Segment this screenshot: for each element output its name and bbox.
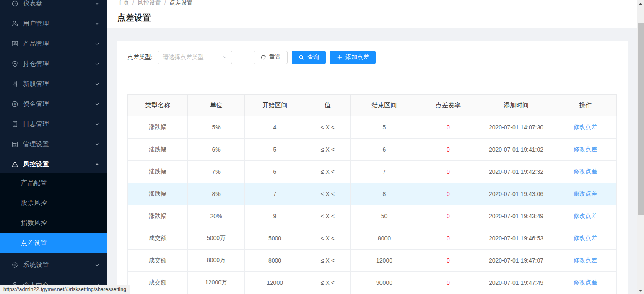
modify-spread-link[interactable]: 修改点差	[574, 235, 597, 241]
reset-button[interactable]: 重置	[254, 51, 288, 64]
sidebar-item-risk-settings[interactable]: 风控设置	[0, 156, 107, 173]
scrollbar-thumb[interactable]	[638, 23, 644, 215]
spread-type-label: 点差类型:	[127, 54, 153, 61]
breadcrumb-item: 点差设置	[169, 0, 193, 7]
yuan-circle-icon: ¥	[11, 100, 18, 108]
spread-table: 类型名称单位开始区间值结束区间点差费率添加时间操作涨跌幅5%4≤ X <5020…	[127, 94, 617, 294]
sidebar-item-management-settings[interactable]: 管理设置	[0, 136, 107, 152]
sidebar-item-label: 系统设置	[23, 261, 95, 269]
table-row: 涨跌幅20%9≤ X <5002020-07-01 19:43:49修改点差	[128, 205, 617, 227]
add-spread-button[interactable]: 添加点差	[330, 51, 376, 64]
cell-unit: 20%	[188, 205, 245, 227]
table-row: 涨跌幅7%6≤ X <702020-07-01 19:42:32修改点差	[128, 161, 617, 183]
chevron-down-icon	[95, 81, 100, 86]
panel-icon	[11, 140, 18, 148]
cell-unit: 12000万	[188, 272, 245, 294]
breadcrumb-item[interactable]: 主页	[117, 0, 129, 7]
cell-action: 修改点差	[554, 183, 617, 205]
sidebar-subitem-spread-setting[interactable]: 点差设置	[0, 233, 107, 253]
add-spread-label: 添加点差	[345, 54, 369, 61]
sidebar-subitem-product-config[interactable]: 产品配置	[0, 173, 107, 193]
cell-unit: 5%	[188, 116, 245, 139]
document-icon	[11, 120, 18, 128]
column-header: 单位	[188, 95, 245, 116]
search-icon	[299, 54, 304, 60]
breadcrumb-separator: /	[164, 0, 166, 7]
cell-type: 涨跌幅	[128, 183, 188, 205]
sidebar-item-label: 管理设置	[23, 140, 95, 148]
modify-spread-link[interactable]: 修改点差	[574, 146, 597, 152]
cell-start: 5	[245, 139, 305, 161]
column-header: 点差费率	[418, 95, 478, 116]
cell-type: 涨跌幅	[128, 205, 188, 227]
user-search-icon	[11, 20, 18, 27]
cell-type: 成交额	[128, 272, 188, 294]
shield-icon	[11, 60, 18, 67]
warning-triangle-icon	[11, 160, 18, 168]
modify-spread-link[interactable]: 修改点差	[574, 168, 597, 175]
scroll-up-arrow[interactable]	[637, 0, 644, 7]
cell-start: 7	[245, 183, 305, 205]
cell-time: 2020-07-01 19:47:07	[478, 250, 554, 272]
modify-spread-link[interactable]: 修改点差	[574, 257, 597, 263]
chevron-down-icon	[95, 121, 100, 126]
cell-rate: 0	[418, 205, 478, 227]
sidebar: 仪表盘用户管理产品管理持仓管理新股管理¥资金管理日志管理管理设置风控设置产品配置…	[0, 0, 107, 294]
cell-end: 7	[351, 161, 418, 183]
cell-rate: 0	[418, 161, 478, 183]
cell-operator: ≤ X <	[305, 227, 351, 250]
page-title: 点差设置	[117, 12, 627, 23]
sidebar-item-system-settings[interactable]: 系统设置	[0, 256, 107, 273]
scroll-down-arrow[interactable]	[637, 287, 644, 294]
scrollbar[interactable]	[637, 0, 644, 294]
sidebar-item-user-management[interactable]: 用户管理	[0, 15, 107, 32]
chevron-down-icon	[95, 101, 100, 106]
cell-action: 修改点差	[554, 139, 617, 161]
sidebar-subitem-index-risk[interactable]: 指数风控	[0, 213, 107, 233]
sidebar-item-new-stock-management[interactable]: 新股管理	[0, 75, 107, 92]
sidebar-item-product-management[interactable]: 产品管理	[0, 35, 107, 52]
cell-time: 2020-07-01 19:43:06	[478, 183, 554, 205]
cell-time: 2020-07-01 19:42:32	[478, 161, 554, 183]
table-row: 成交额12000万12000≤ X <9000002020-07-01 19:4…	[128, 272, 617, 294]
chevron-down-icon	[95, 21, 100, 26]
chevron-down-icon	[95, 262, 100, 267]
sidebar-item-label: 用户管理	[23, 20, 95, 28]
search-label: 查询	[307, 54, 319, 61]
cell-type: 涨跌幅	[128, 116, 188, 139]
cell-unit: 5000万	[188, 227, 245, 250]
topbar: 主页/风控设置/点差设置 点差设置	[107, 0, 637, 28]
breadcrumb-item[interactable]: 风控设置	[138, 0, 161, 7]
modify-spread-link[interactable]: 修改点差	[574, 212, 597, 219]
cell-rate: 0	[418, 116, 478, 139]
cell-end: 12000	[351, 250, 418, 272]
cell-unit: 8000万	[188, 250, 245, 272]
modify-spread-link[interactable]: 修改点差	[574, 279, 597, 286]
cell-start: 6	[245, 161, 305, 183]
spread-type-select[interactable]: 请选择点差类型	[158, 51, 232, 64]
sidebar-item-position-management[interactable]: 持仓管理	[0, 55, 107, 72]
sidebar-subitem-stock-risk[interactable]: 股票风控	[0, 193, 107, 213]
cell-start: 4	[245, 116, 305, 139]
cell-operator: ≤ X <	[305, 205, 351, 227]
sidebar-menu: 仪表盘用户管理产品管理持仓管理新股管理¥资金管理日志管理管理设置风控设置产品配置…	[0, 0, 107, 293]
cell-time: 2020-07-01 19:46:53	[478, 227, 554, 250]
table-row: 成交额5000万5000≤ X <800002020-07-01 19:46:5…	[128, 227, 617, 250]
gear-icon	[11, 261, 18, 268]
sidebar-item-funds-management[interactable]: ¥资金管理	[0, 95, 107, 112]
cell-time: 2020-07-01 19:41:02	[478, 139, 554, 161]
filter-row: 点差类型: 请选择点差类型 重置 查询	[127, 51, 618, 64]
modify-spread-link[interactable]: 修改点差	[574, 124, 597, 130]
cell-end: 90000	[351, 272, 418, 294]
svg-text:¥: ¥	[13, 102, 16, 106]
table-row: 涨跌幅5%4≤ X <502020-07-01 14:07:30修改点差	[128, 116, 617, 139]
search-button[interactable]: 查询	[292, 51, 326, 64]
sidebar-item-dashboard[interactable]: 仪表盘	[0, 0, 107, 12]
column-header: 开始区间	[245, 95, 305, 116]
modify-spread-link[interactable]: 修改点差	[574, 190, 597, 197]
sidebar-item-label: 风控设置	[23, 160, 95, 168]
cell-type: 成交额	[128, 250, 188, 272]
cell-time: 2020-07-01 14:07:30	[478, 116, 554, 139]
sidebar-item-log-management[interactable]: 日志管理	[0, 116, 107, 132]
table-header-row: 类型名称单位开始区间值结束区间点差费率添加时间操作	[128, 95, 617, 116]
